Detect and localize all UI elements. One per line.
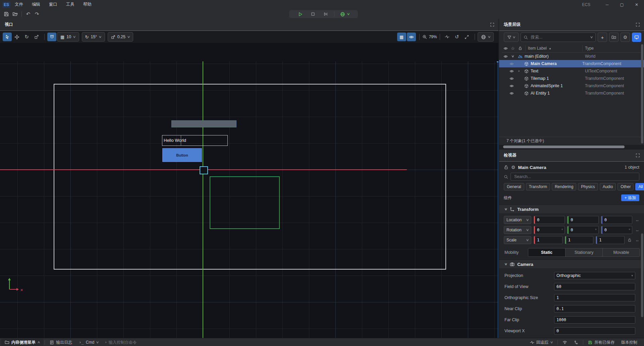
save-status[interactable]: 所有已保存 xyxy=(585,338,618,346)
rotation-x-field[interactable]: 0° xyxy=(534,226,565,234)
row-label[interactable]: AnimatedSprite 1 xyxy=(531,83,563,88)
stop-button[interactable] xyxy=(307,10,319,18)
inspector-search[interactable] xyxy=(511,173,639,181)
add-entity-button[interactable]: + xyxy=(598,33,607,42)
toggle-grid-button[interactable]: ▦ xyxy=(397,33,406,41)
rotation-z-field[interactable]: 0° xyxy=(601,226,632,234)
hierarchy-column-header[interactable]: ☆ Item Label ▲ Type xyxy=(502,44,641,53)
field-of-view-input[interactable]: 60 xyxy=(554,283,635,290)
expand-panel-icon[interactable] xyxy=(636,22,640,27)
rotate-tool-button[interactable]: ↻ xyxy=(22,33,31,41)
menu-file[interactable]: 文件 xyxy=(10,0,28,9)
selection-handle[interactable] xyxy=(497,61,498,62)
uniform-scale-lock-icon[interactable] xyxy=(627,238,632,242)
row-label[interactable]: AI Entity 1 xyxy=(531,91,550,96)
column-item-label[interactable]: Item Label xyxy=(528,46,547,51)
mobility-movable[interactable]: Movable xyxy=(603,248,640,256)
mobility-static[interactable]: Static xyxy=(528,248,566,256)
hierarchy-row-tilemap[interactable]: Tilemap 1 TransformComponent xyxy=(502,75,641,82)
far-clip-input[interactable]: 1000 xyxy=(554,316,635,324)
unlock-icon[interactable] xyxy=(504,165,508,170)
tab-physics[interactable]: Physics xyxy=(578,183,598,190)
add-component-button[interactable]: + 添加 xyxy=(621,194,639,201)
menu-window[interactable]: 窗口 xyxy=(45,0,62,9)
scale-y-field[interactable]: 1 xyxy=(565,236,594,244)
app-logo[interactable]: ES xyxy=(2,2,10,8)
scale-dropdown[interactable]: Scale∨ xyxy=(504,236,531,244)
row-label[interactable]: Tilemap 1 xyxy=(531,76,549,81)
expander-chevron-right-icon[interactable]: › xyxy=(514,69,524,73)
hierarchy-row-ai-entity[interactable]: AI Entity 1 TransformComponent xyxy=(502,90,641,97)
tab-rendering[interactable]: Rendering xyxy=(552,183,576,190)
play-button[interactable] xyxy=(294,10,307,18)
row-label[interactable]: Text xyxy=(531,69,538,73)
redo-button[interactable]: ↷ xyxy=(33,10,41,18)
mobility-stationary[interactable]: Stationary xyxy=(566,248,603,256)
scene-canvas[interactable]: Hello World Button ✕ xyxy=(0,61,498,346)
eye-icon[interactable] xyxy=(508,84,515,88)
tab-audio[interactable]: Audio xyxy=(600,183,616,190)
move-tool-button[interactable] xyxy=(12,33,21,41)
expander-chevron-down-icon[interactable]: ∨ xyxy=(508,55,518,58)
hierarchy-row-main[interactable]: ∨ main (Editor) World xyxy=(502,53,641,60)
scale-x-field[interactable]: 1 xyxy=(534,236,562,244)
hierarchy-search[interactable]: ∨ xyxy=(521,33,596,42)
hierarchy-row-text[interactable]: › Text UITextComponent xyxy=(502,67,641,75)
console-command-input[interactable]: › 输入控制台命令 xyxy=(102,338,140,346)
world-dropdown[interactable]: ∨ xyxy=(478,32,494,42)
eye-icon[interactable] xyxy=(508,62,515,66)
eye-icon[interactable] xyxy=(508,91,515,96)
fit-view-button[interactable] xyxy=(462,33,471,41)
near-clip-input[interactable]: 0.1 xyxy=(554,305,635,312)
new-folder-button[interactable] xyxy=(609,33,619,42)
eye-icon[interactable] xyxy=(508,76,515,81)
column-type[interactable]: Type xyxy=(585,46,594,51)
tab-all[interactable]: All xyxy=(635,183,644,190)
select-tool-button[interactable] xyxy=(3,33,12,41)
location-z-field[interactable]: 0 xyxy=(601,216,632,224)
tab-general[interactable]: General xyxy=(504,183,524,190)
minimize-button[interactable]: ─ xyxy=(600,0,614,9)
reset-view-button[interactable]: ↺ xyxy=(452,33,462,41)
link-axes-icon[interactable]: ↔ xyxy=(635,218,640,222)
tab-transform[interactable]: Transform xyxy=(526,183,550,190)
location-x-field[interactable]: 0 xyxy=(534,216,565,224)
output-log-button[interactable]: 输出日志 xyxy=(46,338,75,346)
viewport-x-input[interactable]: 0 xyxy=(554,327,635,335)
snap-tool-button[interactable] xyxy=(47,33,56,41)
text-widget[interactable]: Hello World xyxy=(162,135,228,146)
hierarchy-row-animatedsprite[interactable]: AnimatedSprite 1 TransformComponent xyxy=(502,82,641,90)
row-label[interactable]: main (Editor) xyxy=(525,54,549,59)
scale-snap-dropdown[interactable]: 0.25 ∨ xyxy=(108,32,133,42)
tilemap-bounds-rect[interactable] xyxy=(210,176,280,229)
location-dropdown[interactable]: Location∨ xyxy=(504,216,531,224)
scale-tool-button[interactable] xyxy=(32,33,41,41)
view-mode-button[interactable] xyxy=(632,33,641,42)
cmd-dropdown[interactable]: ›_ Cmd ∨ xyxy=(75,338,102,346)
location-y-field[interactable]: 0 xyxy=(567,216,598,224)
camera-gizmo-box[interactable] xyxy=(200,166,208,174)
camera-section-header[interactable]: ∨ Camera xyxy=(499,260,644,269)
hierarchy-horizontal-scrollbar[interactable] xyxy=(502,146,641,148)
menu-help[interactable]: 帮助 xyxy=(79,0,96,9)
maximize-button[interactable]: ▢ xyxy=(614,0,629,9)
branch-button[interactable] xyxy=(571,338,582,346)
run-target-dropdown[interactable]: ∨ xyxy=(336,10,353,18)
menu-edit[interactable]: 编辑 xyxy=(28,0,45,9)
settings-button[interactable]: ⚙ xyxy=(621,33,630,42)
inspector-vertical-scrollbar[interactable] xyxy=(641,233,643,317)
step-button[interactable] xyxy=(319,10,332,18)
close-button[interactable]: ✕ xyxy=(629,0,644,9)
zoom-indicator[interactable]: 79% xyxy=(422,35,437,39)
orthographic-size-input[interactable]: 1 xyxy=(554,294,635,301)
undo-button[interactable]: ↶ xyxy=(24,10,33,18)
scale-z-field[interactable]: 1 xyxy=(596,236,625,244)
link-axes-icon[interactable]: ↔ xyxy=(635,228,640,232)
angle-snap-dropdown[interactable]: ↻ 15° ∨ xyxy=(82,32,105,42)
grid-snap-dropdown[interactable]: ▦ 10 ∨ xyxy=(57,32,79,42)
hierarchy-row-main-camera[interactable]: Main Camera TransformComponent xyxy=(499,60,644,67)
rotation-dropdown[interactable]: Rotation∨ xyxy=(504,226,531,234)
trace-dropdown[interactable]: 回追踪 ∨ xyxy=(527,338,556,346)
network-status-button[interactable] xyxy=(559,338,571,346)
button-widget[interactable]: Button xyxy=(162,148,202,162)
